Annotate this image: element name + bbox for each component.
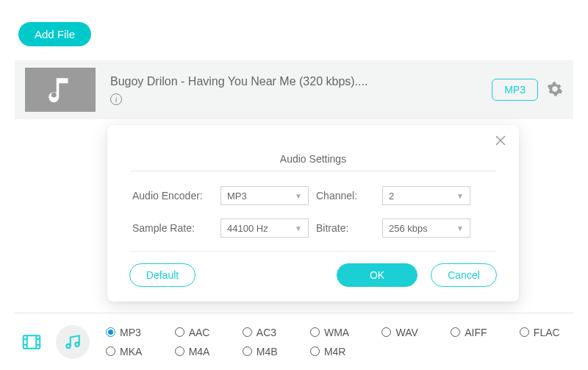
file-meta: Bugoy Drilon - Having You Near Me (320 k…: [110, 75, 492, 105]
modal-title: Audio Settings: [131, 138, 495, 171]
format-radio-m4r[interactable]: M4R: [310, 346, 363, 357]
radio-dot-icon: [310, 327, 320, 337]
radio-dot-icon: [381, 327, 391, 337]
bitrate-select[interactable]: 256 kbps ▼: [382, 218, 470, 238]
format-badge[interactable]: MP3: [492, 79, 538, 101]
format-radio-label: M4B: [257, 346, 278, 357]
format-radio-label: AAC: [189, 327, 210, 338]
chevron-down-icon: ▼: [456, 192, 464, 200]
gear-icon[interactable]: [547, 81, 563, 99]
file-row: Bugoy Drilon - Having You Near Me (320 k…: [15, 60, 573, 119]
file-thumbnail: [25, 68, 96, 112]
format-radio-label: M4R: [324, 346, 346, 357]
format-radio-m4b[interactable]: M4B: [243, 346, 291, 357]
radio-dot-icon: [520, 327, 529, 337]
radio-dot-icon: [106, 327, 115, 337]
format-radio-ac3[interactable]: AC3: [243, 327, 291, 338]
chevron-down-icon: ▼: [295, 192, 302, 200]
format-radio-flac[interactable]: FLAC: [520, 327, 573, 338]
radio-dot-icon: [310, 346, 320, 356]
channel-value: 2: [389, 191, 394, 202]
format-radio-label: FLAC: [534, 327, 560, 338]
format-radio-label: AC3: [257, 327, 276, 338]
cancel-button[interactable]: Cancel: [431, 263, 497, 287]
format-radio-label: MP3: [120, 327, 141, 338]
format-radio-label: M4A: [189, 346, 210, 357]
close-icon[interactable]: [494, 134, 507, 149]
bitrate-label: Bitrate:: [316, 222, 375, 234]
encoder-value: MP3: [227, 191, 247, 202]
chevron-down-icon: ▼: [456, 224, 464, 232]
music-note-icon: [45, 74, 76, 105]
sample-rate-value: 44100 Hz: [227, 223, 268, 234]
audio-mode-icon[interactable]: [56, 325, 90, 359]
settings-grid: Audio Encoder: MP3 ▼ Channel: 2 ▼ Sample…: [129, 171, 497, 252]
radio-dot-icon: [106, 346, 115, 356]
radio-dot-icon: [175, 346, 184, 356]
encoder-select[interactable]: MP3 ▼: [220, 186, 309, 205]
format-radio-label: AIFF: [465, 327, 487, 338]
format-bar: MP3AACAC3WMAWAVAIFFFLACMKAM4AM4BM4R: [15, 313, 573, 370]
radio-dot-icon: [175, 327, 184, 337]
file-title: Bugoy Drilon - Having You Near Me (320 k…: [110, 75, 492, 88]
svg-rect-0: [24, 335, 40, 349]
channel-select[interactable]: 2 ▼: [382, 186, 470, 205]
audio-settings-modal: Audio Settings Audio Encoder: MP3 ▼ Chan…: [107, 125, 519, 302]
format-radio-aiff[interactable]: AIFF: [451, 327, 501, 338]
radio-dot-icon: [243, 346, 252, 356]
channel-label: Channel:: [316, 190, 375, 202]
encoder-label: Audio Encoder:: [132, 190, 213, 202]
format-radio-aac[interactable]: AAC: [175, 327, 223, 338]
info-icon[interactable]: i: [110, 93, 122, 105]
video-mode-icon[interactable]: [15, 325, 49, 359]
radio-dot-icon: [451, 327, 460, 337]
format-radio-mka[interactable]: MKA: [106, 346, 156, 357]
format-radio-mp3[interactable]: MP3: [106, 327, 156, 338]
format-radio-m4a[interactable]: M4A: [175, 346, 223, 357]
ok-button[interactable]: OK: [337, 263, 417, 287]
bitrate-value: 256 kbps: [389, 223, 428, 234]
sample-rate-select[interactable]: 44100 Hz ▼: [220, 218, 309, 238]
default-button[interactable]: Default: [129, 263, 196, 287]
format-radio-label: WAV: [395, 327, 417, 338]
format-radio-wav[interactable]: WAV: [381, 327, 431, 338]
chevron-down-icon: ▼: [295, 224, 302, 232]
radio-dot-icon: [243, 327, 252, 337]
format-radio-label: WMA: [324, 327, 349, 338]
format-radio-wma[interactable]: WMA: [310, 327, 363, 338]
sample-rate-label: Sample Rate:: [132, 222, 213, 234]
format-list: MP3AACAC3WMAWAVAIFFFLACMKAM4AM4BM4R: [106, 327, 573, 357]
format-radio-label: MKA: [120, 346, 142, 357]
modal-actions: Default OK Cancel: [129, 252, 497, 287]
add-file-button[interactable]: Add File: [18, 22, 91, 46]
